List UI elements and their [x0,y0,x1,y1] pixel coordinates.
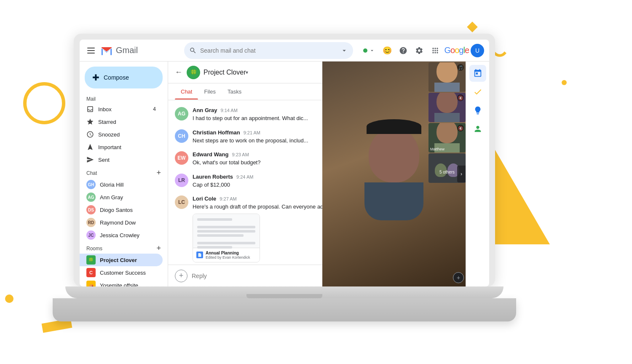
decorative-dot-right [562,80,567,85]
sidebar-chat-jessica-crowley[interactable]: JC Jessica Crowley [80,229,163,241]
inbox-label: Inbox [98,106,112,112]
emoji-status-button[interactable]: 😊 [380,43,394,58]
msg-sender: Ann Gray [193,107,217,113]
project-clover-name: Project Clover [100,257,137,263]
hamburger-button[interactable] [85,45,97,56]
doc-line [197,218,232,221]
tab-tasks[interactable]: Tasks [222,84,247,99]
video-thumb-2[interactable]: 🔇 [428,93,466,122]
settings-button[interactable] [412,43,426,58]
inbox-icon [86,105,94,113]
expand-video-button[interactable]: › [457,166,466,182]
status-indicator [363,48,367,53]
sidebar-chat-gloria-hill[interactable]: GH Gloria Hill [80,178,163,191]
doc-lines [197,218,255,249]
lauren-roberts-msg-avatar: LR [175,174,188,187]
decorative-dot-bottom-left [5,294,13,303]
sidebar-item-snoozed[interactable]: Snoozed [80,128,163,141]
compose-label: Compose [104,74,129,81]
sidebar-item-starred[interactable]: Starred [80,115,163,128]
laptop-base [65,286,503,298]
jessica-crowley-avatar: JC [86,230,96,240]
doc-line [197,226,255,228]
help-button[interactable] [396,43,410,58]
edward-wang-msg-avatar: EW [175,151,188,165]
sidebar-item-sent[interactable]: Sent [80,153,163,166]
gmail-screen: Gmail [80,40,489,286]
christian-hoffman-msg-avatar: CH [175,129,188,143]
important-icon [86,143,94,151]
tasks-activity-button[interactable] [469,83,486,100]
yosemite-name: Yosemite offsite [100,282,138,287]
sidebar: ✚ Compose Mail Inbox 4 [80,62,168,286]
starred-label: Starred [98,119,116,125]
lori-cole-msg-avatar: LC [175,195,188,209]
sidebar-item-inbox[interactable]: Inbox 4 [80,103,163,115]
calendar-activity-button[interactable] [469,65,486,82]
status-button[interactable] [360,46,378,55]
gmail-topbar: Gmail [80,40,489,62]
laptop-bottom-bar [53,298,516,321]
sidebar-room-project-clover[interactable]: 🍀 Project Clover [80,254,163,266]
sidebar-room-customer-success[interactable]: C Customer Success [80,266,163,279]
sidebar-room-yosemite[interactable]: ⛺ Yosemite offsite [80,279,163,286]
sidebar-item-important[interactable]: Important [80,141,163,153]
topbar-right-actions: 😊 Google U [360,43,484,58]
activity-bar [466,62,489,286]
ann-gray-msg-avatar: AG [175,107,188,120]
mic-muted-icon: 🔇 [457,94,464,101]
face-body [364,182,423,220]
keep-activity-button[interactable] [469,102,486,119]
gmail-logo-area: Gmail [85,44,177,57]
compose-button[interactable]: ✚ Compose [85,67,163,88]
chat-section-label: Chat + [80,166,168,178]
gmail-app-name: Gmail [116,46,138,55]
room-title-caret[interactable]: ▾ [246,70,248,75]
doc-line [197,242,255,244]
rooms-section-label: Rooms + [80,241,168,254]
tab-chat[interactable]: Chat [175,84,198,99]
apps-button[interactable] [428,43,442,58]
laptop-frame: Gmail [74,34,495,320]
add-participant-button[interactable]: + [453,272,464,283]
msg-time: 9:24 AM [236,174,253,179]
ann-gray-avatar: AG [86,193,96,202]
sent-icon [86,156,94,163]
gmail-main-area: ✚ Compose Mail Inbox 4 [80,62,489,286]
sidebar-chat-ann-gray[interactable]: AG Ann Gray [80,191,163,203]
room-title[interactable]: Project Clover [204,69,246,76]
back-button[interactable]: ← [175,68,182,77]
document-card[interactable]: 📄 Annual Planning Edited by Evan Kortend… [193,214,260,262]
starred-icon [86,118,94,126]
gloria-hill-avatar: GH [86,180,96,189]
mic-muted-icon-2: 🔇 [457,125,464,131]
tab-files[interactable]: Files [198,84,221,99]
video-thumb-matthew[interactable]: 🔇 Matthew [428,123,466,153]
yosemite-icon: ⛺ [86,281,96,286]
raymond-dow-name: Raymond Dow [100,219,136,226]
rooms-add-button[interactable]: + [156,244,161,253]
search-dropdown-icon[interactable] [340,47,348,54]
gmail-app: Gmail [80,40,489,286]
contacts-activity-button[interactable] [469,120,486,137]
search-input[interactable] [200,47,340,54]
diogo-santos-avatar: DS [86,205,96,214]
sidebar-chat-raymond-dow[interactable]: RD Raymond Dow [80,216,163,229]
search-bar-inner[interactable] [184,42,353,59]
chat-add-button[interactable]: + [156,169,161,177]
add-attachment-button[interactable]: + [175,270,187,282]
video-thumb-1[interactable]: 🎵 [428,62,466,92]
sent-label: Sent [98,157,110,163]
msg-time: 9:21 AM [244,130,260,135]
doc-line [197,230,255,233]
video-main-panel: 🎵 [322,62,466,286]
user-avatar[interactable]: U [471,44,484,57]
search-icon [189,47,197,54]
msg-time: 9:27 AM [220,196,236,201]
participant-name-label: Matthew [430,147,445,151]
customer-success-icon: C [86,268,96,277]
doc-editor: Edited by Evan Kortendick [206,255,256,260]
sidebar-chat-diogo-santos[interactable]: DS Diogo Santos [80,203,163,216]
msg-sender: Edward Wang [193,151,228,158]
gloria-hill-name: Gloria Hill [100,182,123,188]
